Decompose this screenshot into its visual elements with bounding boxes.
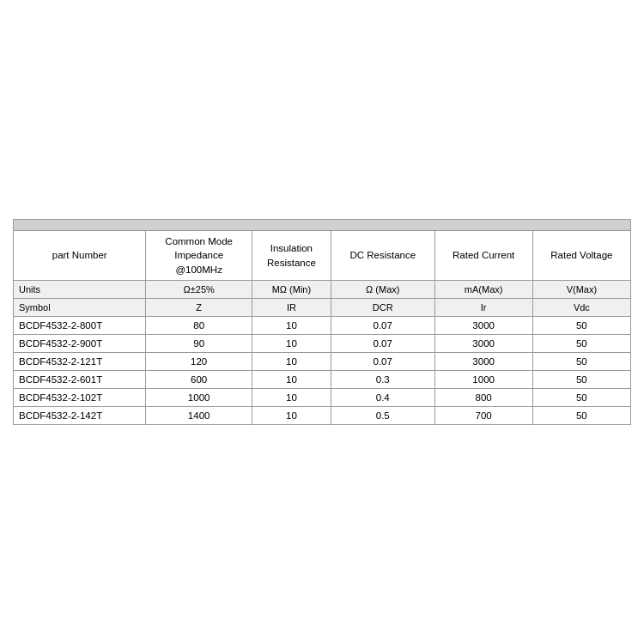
table-cell: 3000 xyxy=(434,334,532,352)
table-row: BCDF4532-2-121T120100.07300050 xyxy=(14,352,631,370)
header-impedance: Common ModeImpedance@100MHz xyxy=(146,231,252,280)
symbol-insulation: IR xyxy=(252,298,331,316)
units-rated-current: mA(Max) xyxy=(434,280,532,298)
symbol-label: Symbol xyxy=(14,298,146,316)
table-cell: 1000 xyxy=(146,388,252,406)
table-cell: 3000 xyxy=(434,316,532,334)
table-cell: 10 xyxy=(252,334,331,352)
data-tbody: BCDF4532-2-800T80100.07300050BCDF4532-2-… xyxy=(14,316,631,424)
symbol-rated-current: Ir xyxy=(434,298,532,316)
header-rated-voltage: Rated Voltage xyxy=(532,231,630,280)
symbol-impedance: Z xyxy=(146,298,252,316)
units-row: Units Ω±25% MΩ (Min) Ω (Max) mA(Max) V(M… xyxy=(14,280,631,298)
header-rated-current: Rated Current xyxy=(434,231,532,280)
table-row: BCDF4532-2-601T600100.3100050 xyxy=(14,370,631,388)
table-cell: 800 xyxy=(434,388,532,406)
table-cell: 0.4 xyxy=(331,388,434,406)
units-dc-resistance: Ω (Max) xyxy=(331,280,434,298)
table-cell: 0.07 xyxy=(331,334,434,352)
table-cell: BCDF4532-2-601T xyxy=(14,370,146,388)
table-cell: 0.5 xyxy=(331,406,434,424)
symbol-rated-voltage: Vdc xyxy=(532,298,630,316)
symbol-row: Symbol Z IR DCR Ir Vdc xyxy=(14,298,631,316)
header-part-number: part Number xyxy=(14,231,146,280)
header-dc-resistance: DC Resistance xyxy=(331,231,434,280)
table-cell: 1000 xyxy=(434,370,532,388)
table-cell: 50 xyxy=(532,370,630,388)
table-row: BCDF4532-2-900T90100.07300050 xyxy=(14,334,631,352)
units-label: Units xyxy=(14,280,146,298)
table-cell: 80 xyxy=(146,316,252,334)
table-cell: 10 xyxy=(252,370,331,388)
table-cell: 1400 xyxy=(146,406,252,424)
page-container: part Number Common ModeImpedance@100MHz … xyxy=(13,219,631,424)
table-cell: 10 xyxy=(252,352,331,370)
table-cell: 0.3 xyxy=(331,370,434,388)
table-cell: 600 xyxy=(146,370,252,388)
table-cell: 700 xyxy=(434,406,532,424)
units-insulation: MΩ (Min) xyxy=(252,280,331,298)
table-row: BCDF4532-2-800T80100.07300050 xyxy=(14,316,631,334)
table-cell: 90 xyxy=(146,334,252,352)
table-cell: BCDF4532-2-142T xyxy=(14,406,146,424)
table-cell: 3000 xyxy=(434,352,532,370)
specs-table: part Number Common ModeImpedance@100MHz … xyxy=(13,230,631,424)
table-cell: 10 xyxy=(252,406,331,424)
table-cell: 120 xyxy=(146,352,252,370)
table-cell: 10 xyxy=(252,316,331,334)
table-title xyxy=(13,219,631,230)
header-insulation: InsulationResistance xyxy=(252,231,331,280)
table-row: BCDF4532-2-102T1000100.480050 xyxy=(14,388,631,406)
table-cell: 0.07 xyxy=(331,352,434,370)
table-row: BCDF4532-2-142T1400100.570050 xyxy=(14,406,631,424)
table-cell: BCDF4532-2-900T xyxy=(14,334,146,352)
table-cell: 50 xyxy=(532,388,630,406)
header-row: part Number Common ModeImpedance@100MHz … xyxy=(14,231,631,280)
table-cell: 0.07 xyxy=(331,316,434,334)
units-rated-voltage: V(Max) xyxy=(532,280,630,298)
table-cell: 50 xyxy=(532,316,630,334)
table-cell: BCDF4532-2-121T xyxy=(14,352,146,370)
table-cell: 50 xyxy=(532,352,630,370)
symbol-dc-resistance: DCR xyxy=(331,298,434,316)
table-cell: 50 xyxy=(532,406,630,424)
table-cell: 50 xyxy=(532,334,630,352)
table-cell: 10 xyxy=(252,388,331,406)
units-impedance: Ω±25% xyxy=(146,280,252,298)
table-cell: BCDF4532-2-102T xyxy=(14,388,146,406)
table-cell: BCDF4532-2-800T xyxy=(14,316,146,334)
